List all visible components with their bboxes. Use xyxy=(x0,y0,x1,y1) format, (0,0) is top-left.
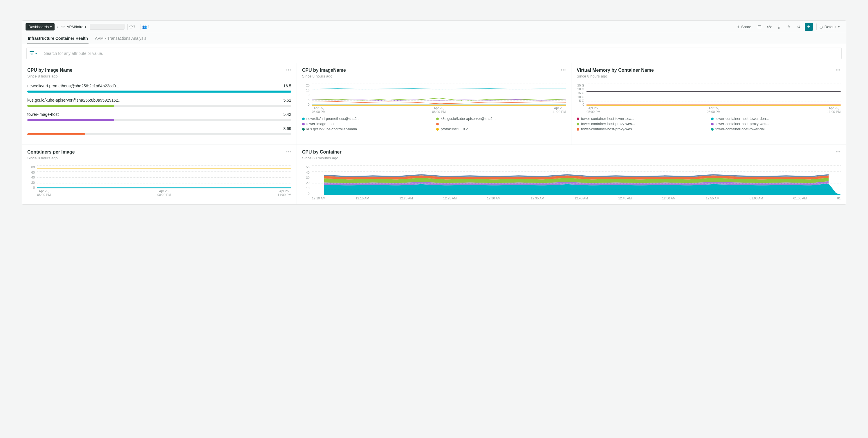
clock-icon: ◷ xyxy=(819,25,823,29)
toolbar: Dashboards▾ / ☆ APM/Infra ▾ ⬠ 7 👥 1 ⇧ Sh… xyxy=(22,21,846,33)
line-chart: 25 G20 G15 G10 G5 G0 Apr 25,05:00 PMApr … xyxy=(577,84,841,112)
panel-title: CPU by ImageName xyxy=(302,68,346,73)
breadcrumb-separator: / xyxy=(56,25,59,29)
time-range-dropdown[interactable]: ◷ Default ▾ xyxy=(816,24,842,30)
bar-value: 3.69 xyxy=(283,126,291,131)
line-chart: 20151050 Apr 25,05:00 PMApr 25,08:00 PMA… xyxy=(302,84,566,112)
code-icon: </> xyxy=(767,25,772,29)
bar-row: k8s.gcr.io/kube-apiserver@sha256:8b0a959… xyxy=(27,98,291,107)
panel-title: CPU by Container xyxy=(302,150,342,155)
users-icon: 👥 xyxy=(142,25,147,29)
users-count[interactable]: 👥 1 xyxy=(140,24,152,30)
legend-item[interactable]: tower-container-host-proxy-wes... xyxy=(577,122,706,126)
chevron-down-icon: ▾ xyxy=(838,25,840,28)
download-icon: ⭳ xyxy=(777,25,781,29)
download-button[interactable]: ⭳ xyxy=(775,23,783,31)
legend-item[interactable]: newrelic/nri-prometheus@sha2... xyxy=(302,117,432,121)
legend-item[interactable]: tower-container-host-proxy-wes... xyxy=(711,122,841,126)
chevron-down-icon: ▾ xyxy=(35,52,37,55)
panel-menu-button[interactable]: ••• xyxy=(286,68,291,72)
tv-mode-button[interactable]: 🖵 xyxy=(755,23,764,31)
bar-row: tower-image-host5.42 xyxy=(27,112,291,121)
breadcrumb-item[interactable]: APM/Infra ▾ xyxy=(67,25,86,29)
share-button[interactable]: ⇧ Share xyxy=(734,24,754,30)
tab-infrastructure[interactable]: Infrastructure Container Health xyxy=(27,33,89,44)
panel-menu-button[interactable]: ••• xyxy=(286,150,291,154)
filter-icon xyxy=(30,51,34,56)
legend-item[interactable]: protokube:1.18.2 xyxy=(436,127,566,131)
legend-item[interactable]: tower-image-host xyxy=(302,122,432,126)
tags-count[interactable]: ⬠ 7 xyxy=(127,24,137,30)
line-chart: 806040200 Apr 25,05:00 PMApr 25,08:00 PM… xyxy=(27,165,291,194)
panel-title: Containers per Image xyxy=(27,150,75,155)
panel-subtitle: Since 8 hours ago xyxy=(302,74,566,79)
area-chart: 50403020100 12:10 AM12:15 AM12:20 AM12:2… xyxy=(302,165,841,200)
legend-item[interactable]: tower-container-host-proxy-wes... xyxy=(577,127,706,131)
panel-subtitle: Since 8 hours ago xyxy=(577,74,841,79)
legend-item[interactable]: tower-container-host-tower-den... xyxy=(711,117,841,121)
panel-virtual-memory: Virtual Memory by Container Name ••• Sin… xyxy=(571,63,846,145)
dashboard-container: Dashboards▾ / ☆ APM/Infra ▾ ⬠ 7 👥 1 ⇧ Sh… xyxy=(22,20,846,205)
breadcrumb-current[interactable] xyxy=(90,24,124,30)
panel-subtitle: Since 8 hours ago xyxy=(27,74,291,79)
bar-value: 5.42 xyxy=(283,112,291,117)
panel-menu-button[interactable]: ••• xyxy=(836,68,841,72)
chevron-down-icon: ▾ xyxy=(50,25,52,28)
bar-track xyxy=(27,105,291,107)
plus-icon: + xyxy=(807,24,810,30)
panel-cpu-by-image-bars: CPU by Image Name ••• Since 8 hours ago … xyxy=(22,63,297,145)
tab-apm[interactable]: APM - Transactions Analysis xyxy=(94,33,147,44)
pencil-icon: ✎ xyxy=(787,25,790,29)
share-icon: ⇧ xyxy=(737,25,740,29)
dashboards-dropdown[interactable]: Dashboards▾ xyxy=(26,23,55,30)
tabs: Infrastructure Container Health APM - Tr… xyxy=(22,33,846,44)
bar-value: 5.51 xyxy=(283,98,291,102)
add-widget-button[interactable]: + xyxy=(805,23,813,31)
bar-label: k8s.gcr.io/kube-apiserver@sha256:8b0a959… xyxy=(27,98,122,102)
tag-icon: ⬠ xyxy=(129,25,133,29)
panel-containers-per-image: Containers per Image ••• Since 8 hours a… xyxy=(22,145,297,204)
panel-title: CPU by Image Name xyxy=(27,68,72,73)
bar-label: newrelic/nri-prometheus@sha256:2c1a84b23… xyxy=(27,84,119,88)
gear-icon: ⚙ xyxy=(797,25,801,29)
search-input[interactable] xyxy=(40,51,841,56)
monitor-icon: 🖵 xyxy=(757,25,761,29)
legend-item[interactable]: tower-container-host-tower-sea... xyxy=(577,117,706,121)
panel-subtitle: Since 60 minutes ago xyxy=(302,156,841,160)
settings-button[interactable]: ⚙ xyxy=(795,23,803,31)
legend-item[interactable]: k8s.gcr.io/kube-apiserver@sha2... xyxy=(436,117,566,121)
legend-item[interactable] xyxy=(436,122,566,126)
panel-menu-button[interactable]: ••• xyxy=(836,150,841,154)
panels-grid: CPU by Image Name ••• Since 8 hours ago … xyxy=(22,63,846,204)
chevron-down-icon: ▾ xyxy=(85,25,86,28)
code-button[interactable]: </> xyxy=(765,23,773,31)
filter-bar: ▾ xyxy=(26,48,842,59)
edit-button[interactable]: ✎ xyxy=(785,23,793,31)
panel-cpu-by-imagename-line: CPU by ImageName ••• Since 8 hours ago 2… xyxy=(297,63,571,145)
favorite-star-icon[interactable]: ☆ xyxy=(61,24,65,30)
bar-value: 16.5 xyxy=(283,84,291,88)
panel-title: Virtual Memory by Container Name xyxy=(577,68,654,73)
bar-track xyxy=(27,91,291,93)
bar-track xyxy=(27,133,291,135)
bar-row: 3.69 xyxy=(27,126,291,135)
panel-subtitle: Since 8 hours ago xyxy=(27,156,291,160)
panel-menu-button[interactable]: ••• xyxy=(561,68,566,72)
bar-label: tower-image-host xyxy=(27,112,59,117)
bar-row: newrelic/nri-prometheus@sha256:2c1a84b23… xyxy=(27,84,291,93)
legend-item[interactable]: tower-container-host-tower-dall... xyxy=(711,127,841,131)
panel-cpu-by-container: CPU by Container ••• Since 60 minutes ag… xyxy=(297,145,846,204)
legend-item[interactable]: k8s.gcr.io/kube-controller-mana... xyxy=(302,127,432,131)
bar-track xyxy=(27,119,291,121)
filter-dropdown[interactable]: ▾ xyxy=(27,48,40,59)
